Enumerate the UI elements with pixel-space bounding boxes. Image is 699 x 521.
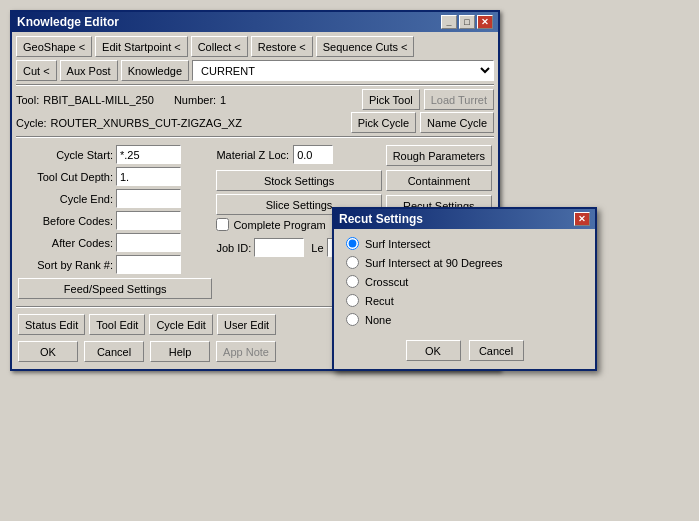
tool-value: RBIT_BALL-MILL_250 [43,94,154,106]
number-value: 1 [220,94,226,106]
recut-radio[interactable] [346,294,359,307]
toolbar-row-1: GeoShape < Edit Startpoint < Collect < R… [16,36,494,57]
after-codes-label: After Codes: [18,237,113,249]
stock-settings-button[interactable]: Stock Settings [216,170,381,191]
before-codes-row: Before Codes: [18,211,212,230]
complete-program-label: Complete Program [233,219,325,231]
recut-label: Recut [365,295,394,307]
recut-cancel-button[interactable]: Cancel [469,340,524,361]
separator-2 [16,136,494,138]
feed-speed-button[interactable]: Feed/Speed Settings [18,278,212,299]
edit-startpoint-button[interactable]: Edit Startpoint < [95,36,188,57]
cycle-end-input[interactable] [116,189,181,208]
job-id-input[interactable] [254,238,304,257]
surf-intersect-radio[interactable] [346,237,359,250]
maximize-button[interactable]: □ [459,15,475,29]
sort-rank-row: Sort by Rank #: [18,255,212,274]
surf-intersect-row: Surf Intersect [346,237,583,250]
cycle-value: ROUTER_XNURBS_CUT-ZIGZAG_XZ [51,117,242,129]
pick-cycle-button[interactable]: Pick Cycle [351,112,416,133]
tool-cut-label: Tool Cut Depth: [18,171,113,183]
surf-intersect-90-label: Surf Intersect at 90 Degrees [365,257,503,269]
crosscut-row: Crosscut [346,275,583,288]
knowledge-button[interactable]: Knowledge [121,60,189,81]
recut-settings-dialog: Recut Settings ✕ Surf Intersect Surf Int… [332,207,597,371]
app-note-button: App Note [216,341,276,362]
none-label: None [365,314,391,326]
containment-button[interactable]: Containment [386,170,492,191]
before-codes-input[interactable] [116,211,181,230]
crosscut-label: Crosscut [365,276,408,288]
surf-intersect-90-row: Surf Intersect at 90 Degrees [346,256,583,269]
tool-label: Tool: [16,94,39,106]
cycle-start-label: Cycle Start: [18,149,113,161]
tool-cut-input[interactable] [116,167,181,186]
recut-dialog-footer: OK Cancel [334,334,595,369]
ok-button[interactable]: OK [18,341,78,362]
cycle-start-input[interactable] [116,145,181,164]
toolbar-row-2: Cut < Aux Post Knowledge CURRENT [16,60,494,81]
restore-button[interactable]: Restore < [251,36,313,57]
close-button[interactable]: ✕ [477,15,493,29]
after-codes-row: After Codes: [18,233,212,252]
none-row: None [346,313,583,326]
user-edit-button[interactable]: User Edit [217,314,276,335]
recut-radio-group: Surf Intersect Surf Intersect at 90 Degr… [334,229,595,334]
le-label: Le [311,242,323,254]
surf-intersect-label: Surf Intersect [365,238,430,250]
title-bar-buttons: _ □ ✕ [441,15,493,29]
crosscut-radio[interactable] [346,275,359,288]
status-edit-button[interactable]: Status Edit [18,314,85,335]
tool-cut-row: Tool Cut Depth: [18,167,212,186]
recut-dialog-title: Recut Settings [339,212,423,226]
job-id-label: Job ID: [216,242,251,254]
cycle-end-label: Cycle End: [18,193,113,205]
knowledge-editor-window: Knowledge Editor _ □ ✕ GeoShape < Edit S… [10,10,500,371]
complete-program-checkbox[interactable] [216,218,229,231]
tool-edit-button[interactable]: Tool Edit [89,314,145,335]
collect-button[interactable]: Collect < [191,36,248,57]
mat-z-input[interactable] [293,145,333,164]
sequence-cuts-button[interactable]: Sequence Cuts < [316,36,415,57]
cycle-start-row: Cycle Start: [18,145,212,164]
before-codes-label: Before Codes: [18,215,113,227]
window-title: Knowledge Editor [17,15,119,29]
cycle-label: Cycle: [16,117,47,129]
recut-row: Recut [346,294,583,307]
title-bar: Knowledge Editor _ □ ✕ [12,12,498,32]
recut-ok-button[interactable]: OK [406,340,461,361]
minimize-button[interactable]: _ [441,15,457,29]
cut-button[interactable]: Cut < [16,60,57,81]
load-turret-button: Load Turret [424,89,494,110]
name-cycle-button[interactable]: Name Cycle [420,112,494,133]
cycle-edit-button[interactable]: Cycle Edit [149,314,213,335]
aux-post-button[interactable]: Aux Post [60,60,118,81]
pick-tool-button[interactable]: Pick Tool [362,89,420,110]
mat-z-row: Material Z Loc: [216,145,381,164]
current-dropdown[interactable]: CURRENT [192,60,494,81]
rough-params-button[interactable]: Rough Parameters [386,145,492,166]
recut-title-bar: Recut Settings ✕ [334,209,595,229]
help-button[interactable]: Help [150,341,210,362]
geoshape-button[interactable]: GeoShape < [16,36,92,57]
recut-title-buttons: ✕ [574,212,590,226]
number-label: Number: [174,94,216,106]
after-codes-input[interactable] [116,233,181,252]
sort-rank-input[interactable] [116,255,181,274]
sort-rank-label: Sort by Rank #: [18,259,113,271]
mat-z-label: Material Z Loc: [216,149,289,161]
cycle-end-row: Cycle End: [18,189,212,208]
recut-close-button[interactable]: ✕ [574,212,590,226]
cycle-row: Cycle: ROUTER_XNURBS_CUT-ZIGZAG_XZ Pick … [16,112,494,133]
surf-intersect-90-radio[interactable] [346,256,359,269]
separator-1 [16,84,494,86]
tool-row: Tool: RBIT_BALL-MILL_250 Number: 1 Pick … [16,89,494,110]
form-left: Cycle Start: Tool Cut Depth: Cycle End: … [18,145,212,299]
none-radio[interactable] [346,313,359,326]
cancel-button[interactable]: Cancel [84,341,144,362]
